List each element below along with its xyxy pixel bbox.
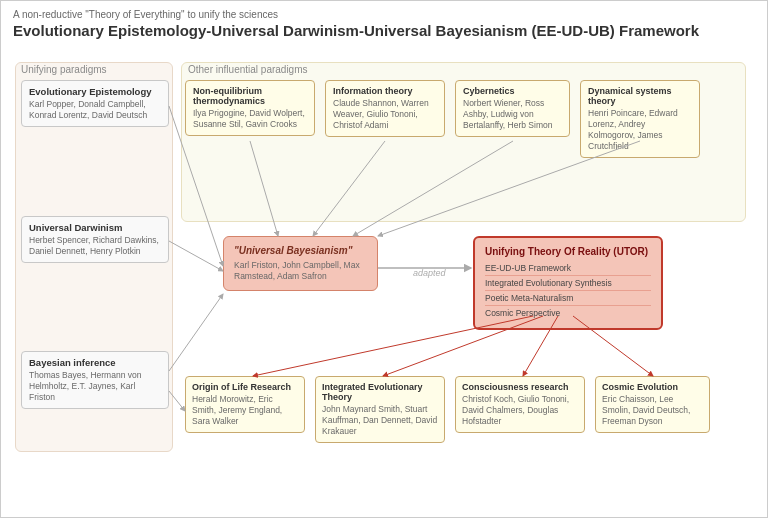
cr-box: Consciousness research Christof Koch, Gi… — [455, 376, 585, 433]
ud-names: Herbet Spencer, Richard Dawkins, Daniel … — [29, 235, 161, 257]
adapted-label: adapted — [413, 268, 446, 278]
dst-names: Henri Poincare, Edward Lorenz, Andrey Ko… — [588, 108, 692, 152]
utor-title: Unifying Theory Of Reality (UTOR) — [485, 246, 651, 257]
net-box: Non-equilibrium thermodynamics Ilya Prig… — [185, 80, 315, 136]
cr-title: Consciousness research — [462, 382, 578, 392]
ub-box: "Universal Bayesianism" Karl Friston, Jo… — [223, 236, 378, 291]
ud-box: Universal Darwinism Herbet Spencer, Rich… — [21, 216, 169, 263]
cy-box: Cybernetics Norbert Wiener, Ross Ashby, … — [455, 80, 570, 137]
bi-box: Bayesian inference Thomas Bayes, Hermann… — [21, 351, 169, 409]
ud-title: Universal Darwinism — [29, 222, 161, 233]
iet-box: Integrated Evolutionary Theory John Mayn… — [315, 376, 445, 443]
main-frame: A non-reductive "Theory of Everything" t… — [0, 0, 768, 518]
utor-item-0: EE-UD-UB Framework — [485, 261, 651, 276]
iet-title: Integrated Evolutionary Theory — [322, 382, 438, 402]
ce-box: Cosmic Evolution Eric Chaisson, Lee Smol… — [595, 376, 710, 433]
bi-title: Bayesian inference — [29, 357, 161, 368]
other-label: Other influential paradigms — [188, 64, 308, 75]
subtitle: A non-reductive "Theory of Everything" t… — [13, 9, 755, 20]
diagram-area: Unifying paradigms Other influential par… — [13, 46, 753, 486]
ub-names: Karl Friston, John Campbell, Max Ramstea… — [234, 260, 367, 282]
ce-title: Cosmic Evolution — [602, 382, 703, 392]
it-names: Claude Shannon, Warren Weaver, Giulio To… — [333, 98, 437, 131]
olr-title: Origin of Life Research — [192, 382, 298, 392]
svg-line-1 — [169, 241, 223, 271]
unifying-label: Unifying paradigms — [21, 64, 107, 75]
bi-names: Thomas Bayes, Hermann von Helmholtz, E.T… — [29, 370, 161, 403]
dst-box: Dynamical systems theory Henri Poincare,… — [580, 80, 700, 158]
utor-item-1: Integrated Evolutionary Synthesis — [485, 276, 651, 291]
svg-line-2 — [169, 294, 223, 371]
ee-title: Evolutionary Epistemology — [29, 86, 161, 97]
ee-names: Karl Popper, Donald Campbell, Konrad Lor… — [29, 99, 161, 121]
ee-box: Evolutionary Epistemology Karl Popper, D… — [21, 80, 169, 127]
olr-names: Herald Morowitz, Eric Smith, Jeremy Engl… — [192, 394, 298, 427]
cy-names: Norbert Wiener, Ross Ashby, Ludwig von B… — [463, 98, 562, 131]
ce-names: Eric Chaisson, Lee Smolin, David Deutsch… — [602, 394, 703, 427]
dst-title: Dynamical systems theory — [588, 86, 692, 106]
utor-item-2: Poetic Meta-Naturalism — [485, 291, 651, 306]
cy-title: Cybernetics — [463, 86, 562, 96]
utor-box: Unifying Theory Of Reality (UTOR) EE-UD-… — [473, 236, 663, 330]
cr-names: Christof Koch, Giulio Tononi, David Chal… — [462, 394, 578, 427]
utor-item-3: Cosmic Perspective — [485, 306, 651, 320]
main-title: Evolutionary Epistemology-Universal Darw… — [13, 22, 755, 40]
olr-box: Origin of Life Research Herald Morowitz,… — [185, 376, 305, 433]
iet-names: John Maynard Smith, Stuart Kauffman, Dan… — [322, 404, 438, 437]
net-names: Ilya Prigogine, David Wolpert, Susanne S… — [193, 108, 307, 130]
net-title: Non-equilibrium thermodynamics — [193, 86, 307, 106]
it-title: Information theory — [333, 86, 437, 96]
ub-title: "Universal Bayesianism" — [234, 245, 367, 256]
it-box: Information theory Claude Shannon, Warre… — [325, 80, 445, 137]
